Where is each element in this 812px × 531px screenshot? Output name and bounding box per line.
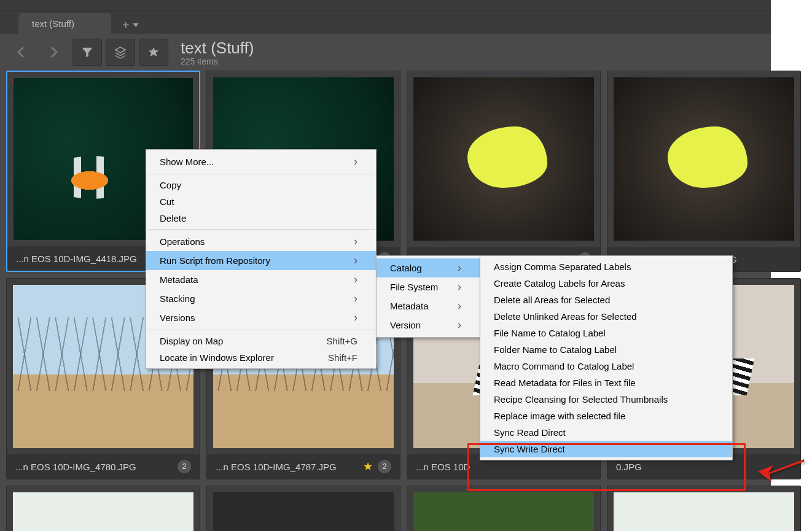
funnel-icon [80,45,94,59]
star-icon: ★ [363,460,373,473]
script-macro-label[interactable]: Macro Command to Catalog Label [480,358,732,374]
thumbnail-image [413,77,594,241]
thumbnail-card[interactable] [206,486,400,531]
script-folder-name-label[interactable]: Folder Name to Catalog Label [480,341,732,358]
new-tab-button[interactable]: + [117,19,139,34]
arrow-left-icon [14,45,28,60]
thumbnail-image [13,492,193,531]
annotation-arrow [756,454,805,487]
submenu-version[interactable]: Version [377,316,480,335]
thumbnail-image [413,492,594,531]
filter-button[interactable] [72,39,102,66]
script-assign-labels[interactable]: Assign Comma Separated Labels [480,258,732,275]
submenu-metadata[interactable]: Metadata [377,297,480,316]
tab-bar: text (Stuff) + [0,10,771,34]
app-window: text (Stuff) + text (Stuff) 225 items ♡.… [0,0,771,531]
header-row: text (Stuff) 225 items [0,34,771,71]
script-read-metadata[interactable]: Read Metadata for Files in Text file [480,374,732,391]
submenu-repository: Catalog File System Metadata Version [376,255,480,338]
thumbnail-image [614,492,794,531]
item-count: 225 items [181,56,254,66]
thumbnail-filename: ...n EOS 10D-IMG_4787.JPG [216,462,358,472]
script-recipe-cleansing[interactable]: Recipe Cleansing for Selected Thumbnails [480,391,732,408]
script-delete-unlinked[interactable]: Delete Unlinked Areas for Selected [480,308,732,325]
thumbnail-caption: ...n EOS 10D-IMG_4780.JPG2 [7,454,200,479]
script-delete-areas[interactable]: Delete all Areas for Selected [480,292,732,308]
script-sync-write[interactable]: Sync Write Direct [480,441,732,457]
menu-stacking[interactable]: Stacking [146,289,376,308]
menu-separator [147,174,375,174]
menu-metadata[interactable]: Metadata [146,270,376,289]
script-create-labels[interactable]: Create Catalog Labels for Areas [480,275,732,292]
submenu-file-system[interactable]: File System [377,277,480,297]
thumbnail-card[interactable]: ...n EOS 10D-IMG_4421.JPG [607,71,801,272]
thumbnail-image [213,492,394,531]
tab-label: text (Stuff) [32,18,74,29]
page-title: text (Stuff) [181,39,254,58]
count-badge: 2 [378,460,391,473]
script-sync-read[interactable]: Sync Read Direct [480,424,732,441]
layers-button[interactable] [106,39,135,66]
star-button[interactable] [139,39,168,66]
star-icon [147,45,160,59]
thumbnail-filename: ...n EOS 10D-IMG_4780.JPG [15,462,173,472]
menu-operations[interactable]: Operations [146,232,376,251]
shortcut: Shift+G [327,336,357,346]
context-menu: Show More... Copy Cut Delete Operations … [146,149,377,369]
submenu-catalog-scripts: Assign Comma Separated Labels Create Cat… [480,255,733,460]
count-badge: 2 [178,460,191,473]
thumbnail-card[interactable] [6,486,200,531]
menu-separator [147,330,375,330]
thumbnail-card[interactable] [407,486,601,531]
top-strip [0,0,771,10]
arrow-right-icon [47,45,61,60]
thumbnail-filename: ...n EOS 10D [416,462,591,472]
menu-copy[interactable]: Copy [146,177,376,193]
plus-icon: + [122,19,130,31]
thumbnail-card[interactable]: ...n EOS 10D-IMG_4420.JPG3 [407,71,601,272]
script-file-name-label[interactable]: File Name to Catalog Label [480,325,732,341]
thumbnail-card[interactable] [607,486,801,531]
stack-icon [114,45,127,59]
chevron-down-icon [133,23,139,27]
menu-cut[interactable]: Cut [146,193,376,210]
menu-delete[interactable]: Delete [146,210,376,227]
thumbnail-caption: ...n EOS 10D-IMG_4787.JPG★2 [207,454,400,479]
menu-display-on-map[interactable]: Display on Map Shift+G [146,333,376,349]
menu-run-script[interactable]: Run Script from Repository [146,251,376,270]
shortcut: Shift+F [328,352,357,363]
menu-separator [147,229,375,230]
submenu-catalog[interactable]: Catalog [377,258,480,277]
forward-button[interactable] [39,39,69,66]
tab-active[interactable]: text (Stuff) [18,13,111,34]
menu-locate[interactable]: Locate in Windows Explorer Shift+F [146,349,376,366]
title-block: text (Stuff) 225 items [181,39,254,66]
menu-versions[interactable]: Versions [146,308,376,327]
script-replace-image[interactable]: Replace image with selected file [480,408,732,424]
thumbnail-image [614,77,794,241]
back-button[interactable] [6,39,36,66]
menu-show-more[interactable]: Show More... [146,152,376,171]
